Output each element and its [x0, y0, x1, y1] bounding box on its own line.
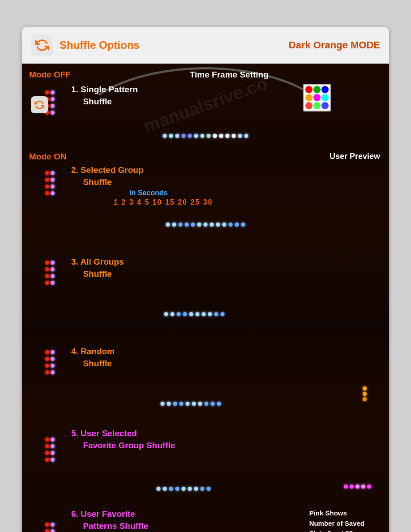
section-5: 5. User Selected Favorite Group Shuffle	[22, 415, 389, 500]
section-6: 6. User Favorite Patterns Shuffle Pink S…	[22, 500, 389, 532]
left-leds-4	[45, 350, 55, 374]
small-refresh-icon[interactable]	[31, 96, 48, 113]
watermark-1: manualsrive.co	[141, 73, 270, 137]
app-icon[interactable]	[31, 34, 53, 56]
app-header: Shuffle Options Dark Orange MODE	[22, 27, 389, 64]
in-seconds-label: In Seconds	[129, 189, 167, 197]
item-1-label: 1. Single Pattern Shuffle	[71, 84, 138, 107]
left-leds-5	[45, 438, 55, 462]
mode-off-label: Mode OFF	[29, 70, 71, 80]
item-2-label: 2. Selected Group Shuffle	[71, 164, 144, 188]
right-leds-4	[363, 386, 367, 401]
section-1: Mode OFF Time Frame Setting 1. Single Pa…	[22, 64, 389, 146]
main-card: Shuffle Options Dark Orange MODE Mode OF…	[22, 27, 389, 532]
bottom-leds-3	[164, 312, 225, 316]
header-mode: Dark Orange MODE	[289, 39, 380, 51]
pink-shows-label: Pink ShowsNumber of SavedSlots 3 out 25	[309, 508, 364, 532]
section-4: 4. Random Shuffle	[22, 326, 389, 415]
time-frame-label: Time Frame Setting	[190, 70, 269, 80]
main-content: Mode OFF Time Frame Setting 1. Single Pa…	[22, 64, 389, 532]
mode-on-label: Mode ON	[29, 152, 66, 162]
header-title: Shuffle Options	[60, 39, 140, 51]
user-preview-label: User Preview	[330, 152, 380, 161]
seconds-values: 1 2 3 4 5 10 15 20 25 30	[114, 198, 213, 206]
bottom-leds-1	[163, 134, 248, 138]
item-5-label: 5. User Selected Favorite Group Shuffle	[71, 428, 175, 451]
section-3: 3. All Groups Shuffle	[22, 236, 389, 326]
header-left: Shuffle Options	[31, 34, 140, 56]
item-4-label: 4. Random Shuffle	[71, 346, 115, 369]
section-2: Mode ON User Preview 2. Selected Group S…	[22, 146, 389, 236]
bottom-leds-4	[161, 402, 221, 406]
rgb-grid-icon	[303, 84, 331, 112]
left-leds-2	[45, 171, 55, 195]
left-leds-3	[45, 261, 55, 285]
left-leds-6	[45, 523, 55, 532]
right-leds-5	[344, 485, 371, 489]
bottom-leds-5	[156, 487, 210, 491]
item-6-label: 6. User Favorite Patterns Shuffle	[71, 508, 148, 532]
item-3-label: 3. All Groups Shuffle	[71, 256, 124, 280]
bottom-leds-2	[166, 223, 245, 227]
